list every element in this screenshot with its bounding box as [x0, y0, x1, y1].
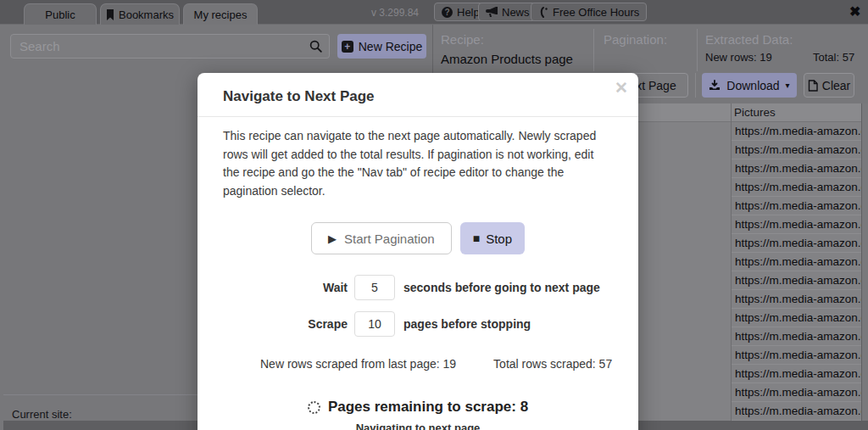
document-icon: [808, 80, 818, 92]
navigate-next-page-modal: Navigate to Next Page ✕ This recipe can …: [198, 73, 638, 430]
pictures-column-rows: https://m.media-amazon.cohttps://m.media…: [732, 122, 861, 421]
megaphone-icon: [486, 7, 498, 17]
section-divider: [697, 29, 698, 71]
clear-button[interactable]: Clear: [804, 73, 854, 98]
table-row[interactable]: https://m.media-amazon.co: [732, 309, 861, 327]
table-row[interactable]: https://m.media-amazon.co: [732, 327, 861, 346]
question-mark-icon: ?: [442, 7, 453, 18]
current-site-label: Current site:: [12, 408, 72, 421]
table-row[interactable]: https://m.media-amazon.co: [732, 290, 861, 309]
download-icon: [709, 80, 721, 92]
stop-button[interactable]: ■ Stop: [460, 222, 525, 254]
new-recipe-label: New Recipe: [359, 40, 422, 53]
pagination-buttons-row: ▶ Start Pagination ■ Stop: [223, 222, 613, 254]
plus-icon: +: [342, 41, 353, 53]
table-row[interactable]: https://m.media-amazon.co: [732, 271, 861, 290]
help-label: Help: [457, 6, 480, 19]
wait-seconds-input[interactable]: [354, 275, 395, 300]
tab-my-recipes-label: My recipes: [194, 8, 248, 21]
pages-remaining-row: Pages remaining to scrape: 8: [223, 399, 613, 416]
free-office-hours-button[interactable]: Free Office Hours: [531, 3, 647, 21]
stop-label: Stop: [486, 232, 512, 246]
version-text: v 3.299.84: [371, 7, 419, 19]
start-pagination-label: Start Pagination: [344, 232, 435, 246]
modal-close-icon[interactable]: ✕: [615, 78, 628, 98]
tab-bookmarks[interactable]: Bookmarks: [100, 3, 180, 25]
scrape-stats-row: New rows scraped from last page: 19 Tota…: [223, 357, 613, 371]
navigation-status-label: Navigating to next page: [223, 422, 613, 430]
vertical-scrollbar[interactable]: [861, 103, 868, 421]
stop-square-icon: ■: [473, 232, 480, 245]
download-button[interactable]: Download ▾: [702, 73, 797, 98]
new-rows-scraped-stat: New rows scraped from last page: 19: [260, 357, 456, 371]
news-button[interactable]: News: [478, 3, 537, 21]
table-row[interactable]: https://m.media-amazon.co: [732, 253, 861, 271]
scrape-row: Scrape pages before stopping: [223, 311, 613, 337]
table-row[interactable]: https://m.media-amazon.co: [732, 365, 861, 383]
modal-divider: [198, 116, 638, 117]
table-row[interactable]: https://m.media-amazon.co: [732, 402, 861, 421]
scrape-pages-input[interactable]: [354, 311, 395, 337]
tab-public-label: Public: [45, 8, 75, 21]
phone-icon: [538, 7, 548, 18]
table-row[interactable]: https://m.media-amazon.co: [732, 346, 861, 365]
table-row[interactable]: https://m.media-amazon.co: [732, 234, 861, 253]
play-icon: ▶: [328, 232, 337, 245]
table-row[interactable]: https://m.media-amazon.co: [732, 383, 861, 402]
news-label: News: [502, 6, 530, 19]
table-row[interactable]: https://m.media-amazon.co: [732, 178, 861, 197]
start-pagination-button[interactable]: ▶ Start Pagination: [311, 222, 452, 254]
top-tab-bar: Public Bookmarks My recipes v 3.299.84 ?…: [0, 0, 868, 25]
loading-spinner-icon: [308, 401, 320, 414]
data-miner-extension-window: Public Bookmarks My recipes v 3.299.84 ?…: [0, 0, 868, 430]
scrape-label: Scrape: [223, 317, 354, 331]
tab-bookmarks-label: Bookmarks: [119, 8, 174, 21]
new-rows-count: New rows: 19: [705, 51, 772, 64]
extracted-data-section-label: Extracted Data:: [705, 32, 793, 47]
table-row[interactable]: https://m.media-amazon.co: [732, 141, 861, 159]
table-row[interactable]: https://m.media-amazon.co: [732, 197, 861, 215]
section-divider: [593, 29, 594, 71]
table-row[interactable]: https://m.media-amazon.co: [732, 159, 861, 178]
tab-my-recipes[interactable]: My recipes: [183, 3, 258, 25]
recipe-name: Amazon Products page: [441, 52, 573, 66]
table-row[interactable]: https://m.media-amazon.co: [732, 215, 861, 234]
modal-description: This recipe can navigate to the next pag…: [223, 127, 613, 200]
new-recipe-button[interactable]: + New Recipe: [337, 34, 426, 59]
pictures-column-header: Pictures: [734, 106, 776, 119]
wait-label: Wait: [223, 281, 354, 294]
total-count: Total: 57: [813, 51, 854, 64]
chevron-down-icon: ▾: [786, 81, 790, 90]
search-icon: [309, 40, 322, 53]
close-icon[interactable]: ✖: [849, 3, 860, 20]
wait-suffix-label: seconds before going to next page: [395, 281, 613, 294]
pages-remaining-label: Pages remaining to scrape: 8: [328, 399, 528, 416]
tab-public[interactable]: Public: [24, 3, 97, 25]
download-label: Download: [726, 79, 779, 92]
total-rows-scraped-stat: Total rows scraped: 57: [493, 357, 612, 371]
bookmark-icon: [106, 9, 114, 20]
search-input[interactable]: [10, 34, 303, 59]
search-button[interactable]: [302, 34, 330, 59]
clear-label: Clear: [822, 79, 850, 92]
button-divider: [695, 73, 696, 98]
wait-row: Wait seconds before going to next page: [223, 275, 613, 300]
modal-title: Navigate to Next Page: [223, 85, 613, 105]
free-office-hours-label: Free Office Hours: [553, 6, 639, 19]
pagination-section-label: Pagination:: [604, 32, 667, 47]
scrape-suffix-label: pages before stopping: [395, 317, 613, 331]
table-row[interactable]: https://m.media-amazon.co: [732, 122, 861, 141]
recipe-section-label: Recipe:: [441, 32, 484, 47]
